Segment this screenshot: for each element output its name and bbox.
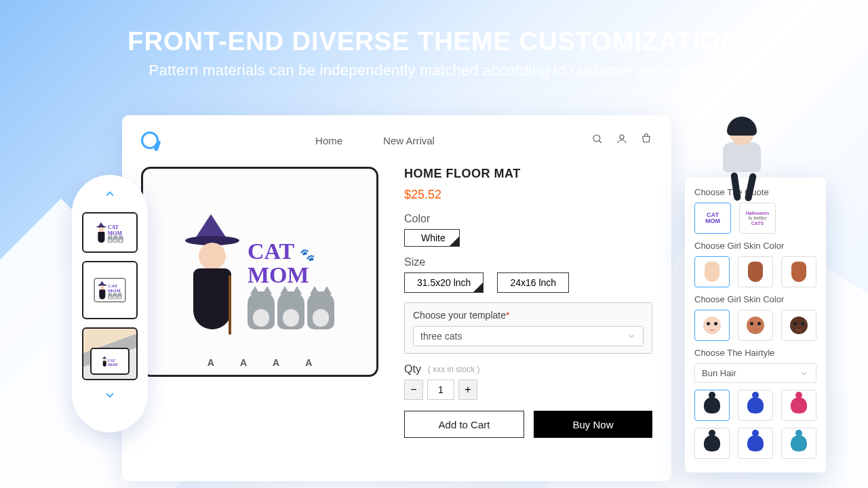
paw-icon: 🐾 <box>300 248 315 262</box>
decor-person-illustration <box>723 121 761 201</box>
cat-illustration <box>248 291 275 329</box>
hair-row-1-option-2[interactable] <box>738 390 773 421</box>
choose-hairstyle-title: Choose The Hairtyle <box>694 348 816 358</box>
nav-new-arrival[interactable]: New Arrival <box>383 135 435 146</box>
face-row-option-2[interactable] <box>738 310 773 341</box>
size-option-2[interactable]: 24x16 lnch <box>497 272 569 293</box>
hairstyle-select[interactable]: Bun Hair <box>694 363 816 383</box>
customization-panel: Choose The Quote CATMOM Halloweenis bett… <box>685 178 826 472</box>
mat-quote-line2: MOM <box>248 263 334 287</box>
skin-row-1-option-3[interactable] <box>781 256 816 287</box>
thumbnail-3[interactable]: CATMOM <box>82 327 138 380</box>
cat-illustration <box>307 291 334 329</box>
template-select[interactable]: three cats <box>413 326 644 346</box>
account-icon[interactable] <box>616 133 628 148</box>
face-row-option-1[interactable] <box>694 310 730 341</box>
chevron-down-icon <box>800 369 809 378</box>
svg-point-2 <box>620 135 624 139</box>
size-label: Size <box>404 256 652 268</box>
skin-row-1-option-1[interactable] <box>694 256 730 287</box>
thumbnail-1[interactable]: CATMOM <box>82 212 138 253</box>
thumb-prev-button[interactable] <box>99 183 121 208</box>
hair-row-2-option-2[interactable] <box>738 428 773 459</box>
app-window: Home New Arrival CAT 🐾 <box>122 115 671 481</box>
chevron-down-icon <box>627 331 636 341</box>
qty-decrement-button[interactable]: − <box>404 380 423 400</box>
buy-now-button[interactable]: Buy Now <box>534 411 652 438</box>
cart-icon[interactable] <box>640 133 652 148</box>
add-to-cart-button[interactable]: Add to Cart <box>404 411 524 438</box>
svg-point-0 <box>593 135 600 142</box>
choose-skin-color-title-2: Choose Girl Skin Color <box>694 294 816 304</box>
search-icon[interactable] <box>591 133 604 148</box>
qty-increment-button[interactable]: + <box>458 380 477 400</box>
product-title: HOME FLOOR MAT <box>404 167 652 181</box>
product-preview: CAT 🐾 MOM A A A A <box>141 167 378 377</box>
product-price: $25.52 <box>404 188 652 202</box>
thumb-next-button[interactable] <box>99 384 121 409</box>
qty-input[interactable] <box>427 380 454 400</box>
name-slot: A <box>240 357 247 368</box>
hair-row-2-option-1[interactable] <box>694 428 730 459</box>
name-slot: A <box>273 357 279 368</box>
qty-label: Qty <box>404 363 421 375</box>
nav-home[interactable]: Home <box>315 135 342 146</box>
quote-option-2[interactable]: Halloweenis betterCATS <box>739 203 776 234</box>
hero-subtitle: Pattern materials can be independently m… <box>0 62 868 79</box>
cat-illustration <box>277 291 304 329</box>
face-row-option-3[interactable] <box>781 310 816 341</box>
color-option-white[interactable]: White <box>404 229 460 247</box>
choose-skin-color-title-1: Choose Girl Skin Color <box>694 241 816 251</box>
hair-row-1-option-3[interactable] <box>781 390 816 421</box>
skin-row-1-option-2[interactable] <box>738 256 773 287</box>
hair-row-1-option-1[interactable] <box>694 390 730 421</box>
thumbnail-carousel: CATMOM CATMOM CATMOM <box>72 175 148 432</box>
mat-quote-line1: CAT <box>248 239 294 264</box>
template-label: Choose your template* <box>413 310 644 321</box>
svg-line-1 <box>599 140 601 143</box>
thumbnail-2[interactable]: CATMOM <box>82 261 138 319</box>
name-slot: A <box>208 357 214 368</box>
app-logo <box>141 131 159 149</box>
color-label: Color <box>404 213 652 225</box>
name-slot: A <box>305 357 312 368</box>
quote-option-1[interactable]: CATMOM <box>694 203 731 234</box>
hair-row-2-option-3[interactable] <box>781 428 816 459</box>
stock-hint: ( xxx in stock ) <box>428 365 480 374</box>
size-option-1[interactable]: 31.5x20 lnch <box>404 272 484 293</box>
hero-title: FRONT-END DIVERSE THEME CUSTOMIZATION <box>0 27 868 56</box>
